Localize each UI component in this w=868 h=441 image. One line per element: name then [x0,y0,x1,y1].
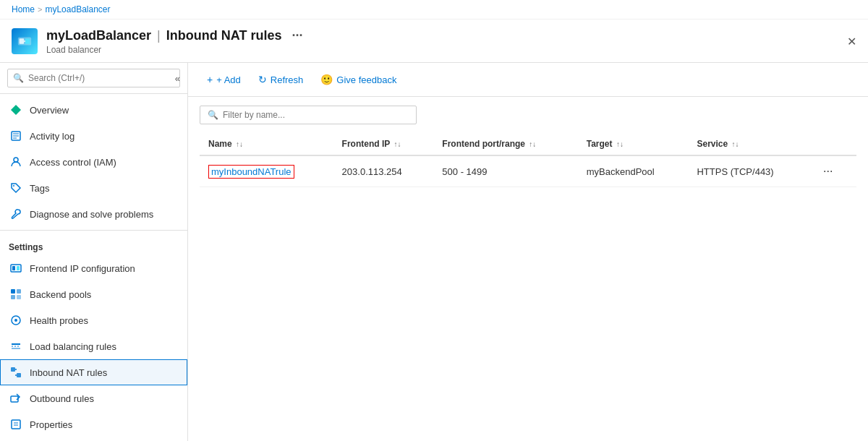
sidebar-label-outbound-rules: Outbound rules [30,393,94,404]
breadcrumb-home[interactable]: Home [12,4,35,14]
breadcrumb: Home > myLoadBalancer [0,0,868,20]
refresh-label: Refresh [271,74,304,85]
filter-search-icon: 🔍 [208,110,218,120]
inbound-nat-table: Name ↑↓ Frontend IP ↑↓ Frontend port/ran… [200,133,856,187]
ip-icon [9,262,22,275]
sidebar-item-frontend-ip[interactable]: Frontend IP configuration [0,255,187,281]
tag-icon [9,181,22,194]
sidebar-item-activity-log[interactable]: Activity log [0,123,187,149]
col-name[interactable]: Name ↑↓ [200,133,333,155]
search-input[interactable] [7,69,180,87]
col-frontend-ip-label: Frontend IP [342,139,390,149]
collapse-icon[interactable]: « [175,73,180,84]
settings-section-label: Settings [0,234,187,255]
svg-rect-12 [12,266,15,270]
sort-icon-frontend-port: ↑↓ [529,140,536,148]
sidebar-item-access-control[interactable]: Access control (IAM) [0,149,187,175]
add-icon: + [207,74,213,85]
feedback-icon: 🙂 [320,74,333,85]
main-layout: 🔍 « Overview Activity log [0,63,868,441]
svg-rect-28 [12,420,20,429]
svg-marker-4 [11,105,21,115]
svg-rect-13 [17,266,20,270]
filter-bar: 🔍 [200,106,856,124]
header-title-block: myLoadBalancer | Inbound NAT rules ··· L… [46,27,856,55]
col-frontend-ip[interactable]: Frontend IP ↑↓ [333,133,434,155]
sort-icon-frontend-ip: ↑↓ [393,140,401,148]
sidebar-nav: Overview Activity log Access control (IA… [0,94,187,441]
sidebar-item-outbound-rules[interactable]: Outbound rules [0,385,187,411]
svg-point-19 [14,319,17,322]
sidebar-label-frontend-ip: Frontend IP configuration [30,263,135,274]
probe-icon [9,314,22,327]
rules-icon [9,340,22,353]
content-body: 🔍 Name ↑↓ Frontend IP ↑↓ [188,97,868,441]
svg-point-9 [14,158,18,162]
svg-rect-23 [11,367,15,372]
nat-rule-link[interactable]: myInboundNATrule [208,165,294,179]
sidebar-item-locks[interactable]: Locks [0,437,187,441]
refresh-button[interactable]: ↻ Refresh [251,70,311,89]
outbound-icon [9,392,22,405]
filter-input[interactable] [223,110,409,120]
sidebar-item-load-balancing-rules[interactable]: Load balancing rules [0,333,187,359]
refresh-icon: ↻ [258,74,267,85]
sidebar-label-overview: Overview [30,105,69,116]
close-button[interactable]: ✕ [847,34,856,48]
pool-icon [9,288,22,301]
sort-icon-target: ↑↓ [616,140,624,148]
header-ellipsis-menu[interactable]: ··· [287,27,307,45]
add-button[interactable]: + + Add [200,70,248,89]
cell-name: myInboundNATrule [200,155,333,187]
page-header: myLoadBalancer | Inbound NAT rules ··· L… [0,20,868,63]
col-frontend-port-label: Frontend port/range [442,139,525,149]
sidebar-label-inbound-nat: Inbound NAT rules [30,367,107,378]
sidebar-divider [0,230,187,231]
svg-rect-2 [25,38,30,43]
sidebar-item-overview[interactable]: Overview [0,97,187,123]
sidebar-label-tags: Tags [30,183,49,194]
svg-point-10 [13,185,14,187]
table-header: Name ↑↓ Frontend IP ↑↓ Frontend port/ran… [200,133,856,155]
content-area: + + Add ↻ Refresh 🙂 Give feedback 🔍 [188,63,868,441]
sidebar-search-container: 🔍 « [0,63,187,94]
add-label: + Add [216,74,241,85]
breadcrumb-current[interactable]: myLoadBalancer [45,4,110,14]
sidebar-label-health-probes: Health probes [30,315,88,326]
cell-target: myBackendPool [578,155,689,187]
col-name-label: Name [208,139,232,149]
filter-input-container: 🔍 [200,106,417,124]
nat-icon [9,366,22,379]
feedback-label: Give feedback [336,74,396,85]
header-subtitle: Load balancer [46,45,856,55]
col-service-label: Service [697,139,728,149]
sidebar-label-backend-pools: Backend pools [30,289,91,300]
cell-frontend-port: 500 - 1499 [433,155,577,187]
svg-rect-1 [20,38,24,43]
sidebar-item-properties[interactable]: Properties [0,411,187,437]
sidebar-label-diagnose: Diagnose and solve problems [30,209,153,220]
cell-more-actions: ··· [810,155,856,187]
sidebar-item-health-probes[interactable]: Health probes [0,307,187,333]
col-target[interactable]: Target ↑↓ [578,133,689,155]
breadcrumb-separator: > [38,5,42,14]
sidebar-item-inbound-nat[interactable]: Inbound NAT rules [0,359,187,385]
table-body: myInboundNATrule 203.0.113.254 500 - 149… [200,155,856,187]
person-icon [9,155,22,168]
table-row: myInboundNATrule 203.0.113.254 500 - 149… [200,155,856,187]
sidebar-item-diagnose[interactable]: Diagnose and solve problems [0,201,187,227]
col-actions [810,133,856,155]
sidebar-item-backend-pools[interactable]: Backend pools [0,281,187,307]
feedback-button[interactable]: 🙂 Give feedback [313,70,404,89]
col-service[interactable]: Service ↑↓ [688,133,810,155]
svg-rect-15 [17,289,21,294]
svg-rect-24 [17,373,21,377]
resource-icon [12,28,38,54]
sidebar-item-tags[interactable]: Tags [0,175,187,201]
sidebar-label-activity-log: Activity log [30,131,75,142]
sidebar-label-access-control: Access control (IAM) [30,157,116,168]
row-more-button[interactable]: ··· [819,163,837,179]
sidebar-label-properties: Properties [30,419,72,430]
col-frontend-port[interactable]: Frontend port/range ↑↓ [433,133,577,155]
sort-icon-service: ↑↓ [732,140,739,148]
